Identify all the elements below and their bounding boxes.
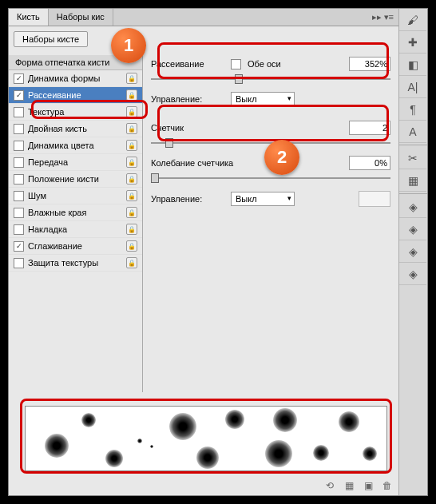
option-label: Положение кисти [28,174,99,184]
option-checkbox[interactable] [14,258,24,268]
control1-label: Управление: [151,94,224,104]
option-8[interactable]: Влажные края🔒 [9,204,142,221]
lock-icon[interactable]: 🔒 [126,73,137,84]
counter-label: Счетчик [151,123,224,133]
option-10[interactable]: Сглаживание🔒 [9,238,142,255]
panel-footer: ⟲ ▦ ▣ 🗑 [323,479,394,492]
option-4[interactable]: Динамика цвета🔒 [9,137,142,154]
option-checkbox[interactable] [14,157,24,168]
disabled-box [359,191,390,207]
cube3-icon[interactable]: ◈ [399,240,426,263]
jitter-label: Колебание счетчика [151,158,255,168]
brush-tool-icon[interactable]: 🖌 [399,9,426,31]
new-preset-icon[interactable]: ▣ [362,479,375,492]
option-checkbox[interactable] [14,241,24,252]
brush-settings-panel: Рассеивание Обе оси Управление: Выкл Сче… [143,52,398,392]
option-checkbox[interactable] [14,174,24,185]
lock-icon[interactable]: 🔒 [126,224,137,235]
option-2[interactable]: Текстура🔒 [9,104,142,121]
char-icon[interactable]: A [399,121,426,143]
option-label: Динамика формы [28,73,100,83]
option-label: Динамика цвета [28,141,94,150]
right-toolbar: 🖌 ✚ ◧ A| ¶ A ✂ ▦ ◈ ◈ ◈ ◈ [398,9,427,495]
control1-select[interactable]: Выкл [231,92,295,106]
tab-brush[interactable]: Кисть [9,9,49,26]
lock-icon[interactable]: 🔒 [126,140,137,151]
lock-icon[interactable]: 🔒 [126,157,137,168]
option-checkbox[interactable] [14,191,24,201]
option-1[interactable]: Рассеивание🔒 [9,87,142,104]
lock-icon[interactable]: 🔒 [126,257,137,268]
counter-value-input[interactable] [349,121,390,135]
brush-preview [25,406,387,471]
option-label: Влажные края [28,208,86,217]
both-axes-label: Обе оси [248,59,281,69]
option-5[interactable]: Передача🔒 [9,154,142,171]
paragraph-icon[interactable]: ¶ [399,98,426,121]
clone-tool-icon[interactable]: ✚ [399,31,426,54]
option-label: Шум [28,191,46,200]
control2-label: Управление: [151,194,224,204]
cube1-icon[interactable]: ◈ [399,196,426,218]
jitter-value-input[interactable] [349,156,390,170]
lock-icon[interactable]: 🔒 [126,173,137,185]
scatter-label: Рассеивание [151,59,224,69]
history-icon[interactable]: ◧ [399,54,426,76]
scatter-slider[interactable] [151,74,390,84]
option-7[interactable]: Шум🔒 [9,188,142,204]
option-label: Передача [28,157,68,167]
cube4-icon[interactable]: ◈ [399,263,426,285]
footer-icon-1[interactable]: ⟲ [323,479,336,492]
option-11[interactable]: Защита текстуры🔒 [9,255,142,272]
option-checkbox[interactable] [14,73,24,84]
option-checkbox[interactable] [14,141,24,151]
option-3[interactable]: Двойная кисть🔒 [9,121,142,137]
cube2-icon[interactable]: ◈ [399,218,426,240]
option-label: Накладка [28,224,67,234]
option-label: Двойная кисть [28,124,87,133]
option-label: Текстура [28,107,64,117]
lock-icon[interactable]: 🔒 [126,89,137,101]
jitter-slider[interactable] [151,173,390,183]
badge-1: 1 [111,28,146,63]
brush-options-list: Форма отпечатка кисти Динамика формы🔒Рас… [9,52,143,392]
tools-icon[interactable]: ✂ [399,147,426,169]
control2-select[interactable]: Выкл [231,192,295,206]
option-checkbox[interactable] [14,107,24,117]
option-label: Сглаживание [28,241,82,251]
option-6[interactable]: Положение кисти🔒 [9,171,142,188]
trash-icon[interactable]: 🗑 [381,479,394,492]
footer-icon-2[interactable]: ▦ [343,479,355,492]
type-icon[interactable]: A| [399,76,426,98]
option-0[interactable]: Динамика формы🔒 [9,70,142,87]
tab-presets[interactable]: Наборы кис [49,9,113,26]
option-checkbox[interactable] [14,124,24,134]
scatter-value-input[interactable] [349,57,390,71]
both-axes-checkbox[interactable] [231,59,241,69]
panel-menu-icon[interactable]: ▸▸ ▾≡ [367,9,398,26]
lock-icon[interactable]: 🔒 [126,240,137,252]
option-label: Защита текстуры [28,258,98,268]
option-label: Рассеивание [28,90,81,100]
lock-icon[interactable]: 🔒 [126,207,137,218]
lock-icon[interactable]: 🔒 [126,123,137,134]
option-checkbox[interactable] [14,224,24,235]
brush-presets-button[interactable]: Наборы кисте [14,31,88,47]
option-checkbox[interactable] [14,208,24,218]
option-9[interactable]: Накладка🔒 [9,221,142,238]
lock-icon[interactable]: 🔒 [126,190,137,201]
panel-tabs: Кисть Наборы кис ▸▸ ▾≡ [9,9,398,26]
swatches-icon[interactable]: ▦ [399,169,426,192]
option-checkbox[interactable] [14,90,24,101]
badge-2: 2 [264,140,299,175]
lock-icon[interactable]: 🔒 [126,106,137,117]
